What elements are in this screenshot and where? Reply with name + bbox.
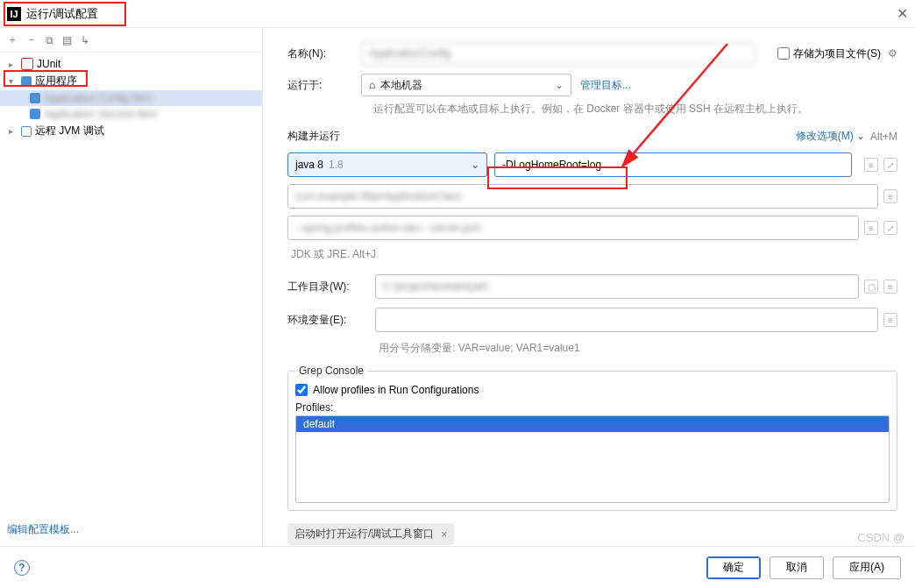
ide-icon: IJ (7, 7, 21, 21)
tag-close-icon[interactable]: × (441, 528, 447, 541)
gear-icon[interactable]: ⚙ (888, 47, 897, 60)
move-icon[interactable]: ↳ (81, 34, 89, 46)
folder-icon[interactable]: ▤ (62, 34, 72, 46)
remote-icon (21, 126, 32, 137)
manage-target-link[interactable]: 管理目标... (580, 78, 631, 93)
config-toolbar: ＋ － ⧉ ▤ ↳ (0, 28, 262, 53)
ok-button[interactable]: 确定 (706, 556, 761, 579)
browse-icon[interactable]: ▢ (864, 280, 878, 294)
chevron-down-icon: ⌄ (471, 159, 479, 171)
config-tree: ▸JUnit ▾应用程序 Application Config Item App… (0, 53, 262, 546)
edit-template-link[interactable]: 编辑配置模板... (7, 522, 79, 537)
fullscreen-icon[interactable]: ⤢ (883, 221, 897, 235)
app-icon (30, 93, 40, 103)
apply-button[interactable]: 应用(A) (833, 556, 901, 579)
app-icon (21, 76, 32, 87)
profiles-list[interactable]: default (295, 415, 890, 503)
chevron-down-icon: ⌄ (555, 79, 564, 91)
copy-icon[interactable]: ⧉ (46, 34, 53, 46)
cancel-button[interactable]: 取消 (770, 556, 824, 579)
home-icon: ⌂ (369, 79, 375, 91)
expand-icon[interactable]: ≡ (864, 158, 878, 172)
add-icon[interactable]: ＋ (7, 32, 18, 47)
build-run-title: 构建并运行 (287, 129, 340, 144)
tree-junit[interactable]: ▸JUnit (0, 56, 262, 72)
expand-icon[interactable]: ≡ (864, 221, 878, 235)
modify-options-link[interactable]: 修改选项(M) ⌄ (796, 129, 865, 144)
expand-icon[interactable]: ≡ (883, 189, 897, 203)
program-args-input[interactable]: --spring.profiles.active=dev --server.po… (287, 216, 859, 240)
close-icon[interactable]: ✕ (897, 5, 908, 22)
workdir-input[interactable]: C:/project/workdir/path (375, 274, 859, 299)
modify-shortcut: Alt+M (870, 131, 897, 143)
runon-label: 运行于: (287, 78, 361, 93)
store-label: 存储为项目文件(S) (793, 46, 881, 61)
main-class-input[interactable]: com.example.MainApplicationClass (287, 184, 878, 209)
expand-icon[interactable]: ≡ (883, 313, 897, 327)
fullscreen-icon[interactable]: ⤢ (883, 158, 897, 172)
tree-app-child-2[interactable]: Application Second Item (0, 106, 262, 122)
app-icon (30, 109, 40, 119)
tree-app-child-1[interactable]: Application Config Item (0, 90, 262, 106)
runon-hint: 运行配置可以在本地或目标上执行。例如，在 Docker 容器中或使用 SSH 在… (373, 102, 897, 117)
help-icon[interactable]: ? (14, 560, 30, 576)
grep-console-group: Grep Console Allow profiles in Run Confi… (287, 365, 897, 511)
workdir-label: 工作目录(W): (287, 280, 375, 294)
jdk-hint: JDK 或 JRE. Alt+J (291, 247, 897, 262)
expand-icon[interactable]: ≡ (883, 280, 897, 294)
name-label: 名称(N): (287, 46, 361, 61)
allow-profiles-label: Allow profiles in Run Configurations (313, 384, 479, 396)
vm-options-input[interactable]: -DLogHomeRoot=log (494, 152, 852, 177)
dialog-title: 运行/调试配置 (26, 6, 98, 22)
grep-legend: Grep Console (295, 365, 367, 377)
allow-profiles-checkbox[interactable] (295, 384, 308, 396)
store-checkbox[interactable] (777, 47, 790, 60)
env-label: 环境变量(E): (287, 313, 375, 328)
junit-icon (21, 58, 33, 70)
runon-select[interactable]: ⌂ 本地机器 ⌄ (361, 74, 571, 96)
profiles-label: Profiles: (295, 401, 890, 414)
name-input[interactable] (361, 42, 755, 65)
jdk-select[interactable]: java 8 1.8 ⌄ (287, 152, 487, 177)
tree-app[interactable]: ▾应用程序 (0, 72, 262, 90)
remove-icon[interactable]: － (26, 32, 37, 47)
tree-remote[interactable]: ▸远程 JVM 调试 (0, 122, 262, 140)
profile-default[interactable]: default (296, 416, 889, 432)
startup-tag[interactable]: 启动时打开运行/调试工具窗口× (287, 523, 454, 545)
env-input[interactable] (375, 308, 878, 332)
env-hint: 用分号分隔变量: VAR=value; VAR1=value1 (379, 341, 897, 356)
